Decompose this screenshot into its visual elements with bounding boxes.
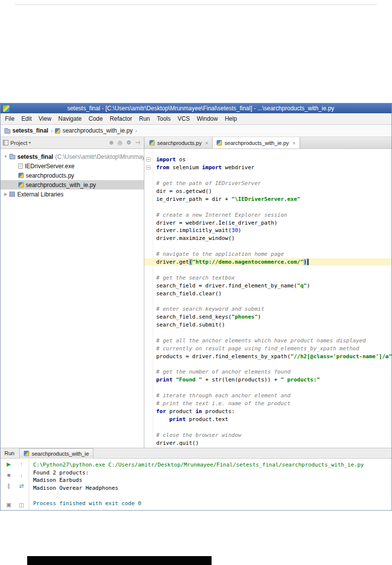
- code-line[interactable]: [144, 266, 392, 274]
- menu-item-navigate[interactable]: Navigate: [55, 113, 85, 124]
- code-line[interactable]: [144, 172, 392, 180]
- code-line[interactable]: for product in products:: [144, 408, 392, 416]
- code-line[interactable]: [144, 242, 392, 250]
- python-file-icon: [149, 140, 155, 145]
- locate-button[interactable]: ◎: [118, 140, 123, 146]
- fold-marker-icon[interactable]: [146, 157, 151, 162]
- tab-searchproducts-py[interactable]: searchproducts.py×: [145, 137, 213, 148]
- code-text: search_field.clear(): [153, 290, 221, 297]
- code-text: # iterate through each anchor element an…: [153, 392, 291, 399]
- code-line[interactable]: # currently on result page using find_el…: [144, 344, 392, 352]
- page-bottom-bar: [27, 556, 212, 565]
- code-line[interactable]: driver.quit(): [144, 439, 392, 447]
- pin-tab-button[interactable]: ◫: [19, 502, 24, 508]
- menu-item-vcs[interactable]: VCS: [174, 113, 193, 124]
- code-line[interactable]: # get the path of IEDriverServer: [144, 180, 392, 188]
- tree-item-label: External Libraries: [17, 191, 63, 198]
- fold-marker-icon[interactable]: [146, 165, 151, 170]
- up-stack-trace-button[interactable]: ↑: [20, 461, 23, 468]
- library-icon: [9, 191, 15, 197]
- close-icon[interactable]: ×: [205, 140, 208, 146]
- tab-searchproducts-with-ie-py[interactable]: searchproducts_with_ie.py×: [213, 137, 300, 148]
- code-line[interactable]: # close the browser window: [144, 431, 392, 439]
- down-stack-trace-button[interactable]: ↓: [20, 472, 23, 478]
- folder-icon: [9, 155, 15, 159]
- breadcrumb-separator-icon: ›: [48, 128, 55, 134]
- project-panel: ▼setests_final (C:\Users\amitr\Desktop\M…: [0, 149, 144, 448]
- code-line[interactable]: print product.text: [144, 415, 392, 423]
- code-line[interactable]: [144, 360, 392, 368]
- run-tab[interactable]: searchproducts_with_ie: [19, 448, 93, 459]
- menu-item-help[interactable]: Help: [221, 113, 241, 124]
- settings-button[interactable]: ⚙: [127, 140, 131, 146]
- code-line[interactable]: [144, 384, 392, 392]
- menu-item-code[interactable]: Code: [85, 113, 106, 124]
- menu-item-refactor[interactable]: Refactor: [106, 113, 135, 124]
- exe-file-icon: [18, 163, 23, 169]
- code-line[interactable]: # navigate to the application home page: [144, 250, 392, 258]
- console-toolbar-column-2: ↑ ↓ ⇄ ◫: [15, 461, 28, 508]
- code-line[interactable]: search_field = driver.find_element_by_na…: [144, 282, 392, 289]
- rerun-button[interactable]: ▶: [7, 461, 11, 468]
- code-line[interactable]: search_field.clear(): [144, 289, 392, 297]
- code-text: # navigate to the application home page: [153, 251, 284, 257]
- tree-item-searchproducts-with-ie-py[interactable]: searchproducts_with_ie.py: [0, 180, 144, 189]
- menu-item-file[interactable]: File: [1, 113, 18, 124]
- code-text: # print the text i.e. name of the produc…: [153, 400, 291, 407]
- code-line[interactable]: # get the number of anchor elements foun…: [144, 368, 392, 376]
- code-line[interactable]: print "Found " + str(len(products)) + " …: [144, 376, 392, 384]
- code-line[interactable]: driver.get("http://demo.magentocommerce.…: [144, 258, 392, 266]
- code-line[interactable]: # print the text i.e. name of the produc…: [144, 400, 392, 408]
- console-output[interactable]: C:\Python27\python.exe C:/Users/amitr/De…: [29, 459, 392, 510]
- code-line[interactable]: # enter search keyword and submit: [144, 305, 392, 313]
- restart-button[interactable]: ⇄: [19, 483, 24, 489]
- code-line[interactable]: import os: [144, 156, 392, 164]
- code-line[interactable]: search_field.send_keys("phones"): [144, 313, 392, 321]
- python-file-icon: [217, 140, 222, 145]
- code-line[interactable]: search_field.submit(): [144, 321, 392, 329]
- code-line[interactable]: # get all the anchor elements which have…: [144, 336, 392, 344]
- code-line[interactable]: driver = webdriver.Ie(ie_driver_path): [144, 219, 392, 227]
- editor[interactable]: import osfrom selenium import webdriver#…: [144, 149, 392, 448]
- gutter-cell: [144, 165, 153, 170]
- project-panel-selector[interactable]: Project ▾: [3, 140, 31, 146]
- collapse-all-button[interactable]: ⊕: [109, 140, 114, 146]
- tree-expander-icon[interactable]: ▶: [2, 192, 9, 196]
- menu-item-edit[interactable]: Edit: [18, 113, 35, 124]
- project-toolbar: ⊕◎⚙⊣: [109, 140, 141, 146]
- code-line[interactable]: from selenium import webdriver: [144, 164, 392, 172]
- code-line[interactable]: [144, 297, 392, 305]
- close-icon[interactable]: ×: [293, 140, 296, 146]
- breadcrumb-item-setests-final[interactable]: setests_final: [4, 127, 48, 134]
- tree-item-setests-final[interactable]: ▼setests_final (C:\Users\amitr\Desktop\M…: [0, 152, 144, 161]
- code-line[interactable]: # get the search textbox: [144, 274, 392, 282]
- breadcrumb-item-searchproducts-with-ie-py[interactable]: searchproducts_with_ie.py: [55, 127, 132, 134]
- tree-item-searchproducts-py[interactable]: searchproducts.py: [0, 171, 144, 180]
- stop-button[interactable]: ■: [7, 472, 10, 478]
- code-line[interactable]: driver.implicitly_wait(30): [144, 227, 392, 235]
- tree-item-iedriverserver-exe[interactable]: IEDriverServer.exe: [0, 161, 144, 171]
- code-line[interactable]: # create a new Internet Explorer session: [144, 211, 392, 219]
- menu-item-tools[interactable]: Tools: [153, 113, 174, 124]
- tree-item-path: (C:\Users\amitr\Desktop\Mrunmayee: [55, 153, 144, 160]
- code-line[interactable]: [144, 423, 392, 431]
- code-line[interactable]: ie_driver_path = dir + "\IEDriverServer.…: [144, 195, 392, 203]
- code-text: driver.quit(): [153, 440, 199, 446]
- project-panel-title: Project: [10, 140, 27, 146]
- code-line[interactable]: # iterate through each anchor element an…: [144, 392, 392, 400]
- code-line[interactable]: dir = os.getcwd(): [144, 188, 392, 195]
- tree-expander-icon[interactable]: ▼: [2, 154, 9, 159]
- menu-item-run[interactable]: Run: [135, 113, 153, 124]
- pause-output-button[interactable]: ∥: [7, 483, 10, 489]
- title-bar[interactable]: setests_final - [C:\Users\amitr\Desktop\…: [0, 103, 392, 113]
- menu-item-window[interactable]: Window: [193, 113, 221, 124]
- code-line[interactable]: [144, 329, 392, 337]
- tree-item-external-libraries[interactable]: ▶External Libraries: [0, 189, 144, 199]
- code-line[interactable]: driver.maximize_window(): [144, 235, 392, 242]
- tree-item-label: IEDriverServer.exe: [25, 163, 75, 170]
- menu-item-view[interactable]: View: [35, 113, 55, 124]
- code-line[interactable]: [144, 203, 392, 211]
- hide-panel-button[interactable]: ⊣: [135, 140, 140, 146]
- restore-layout-button[interactable]: ▣: [6, 502, 11, 508]
- code-line[interactable]: products = driver.find_elements_by_xpath…: [144, 352, 392, 360]
